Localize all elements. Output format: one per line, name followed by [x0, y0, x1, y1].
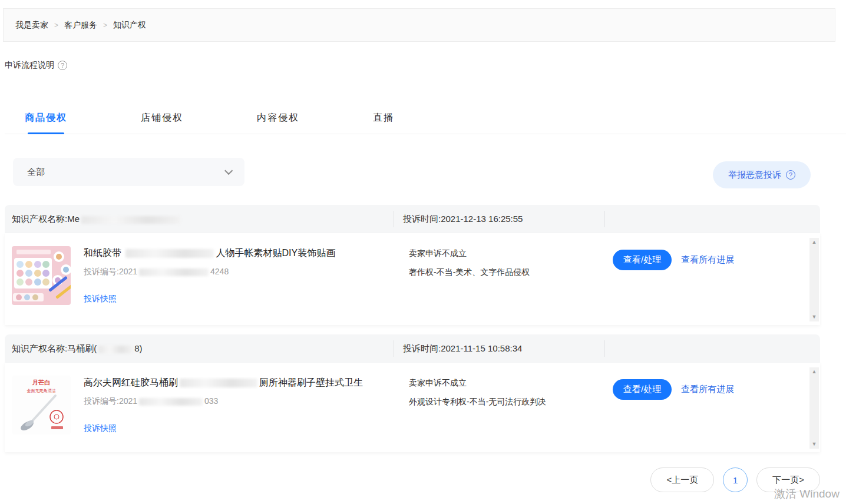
product-image-washi-tape[interactable] — [12, 246, 71, 305]
censored-text — [81, 216, 180, 224]
ip-complaints-page: 我是卖家 > 客户服务 > 知识产权 申诉流程说明 商品侵权 店铺侵权 内容侵权… — [0, 0, 846, 504]
tab-label: 商品侵权 — [25, 112, 67, 122]
product-image-toilet-brush[interactable]: 月芒白 全面无死角清洁 — [12, 376, 71, 435]
filter-selected-value: 全部 — [27, 167, 224, 178]
complaint-actions: 查看/处理 查看所有进展 — [613, 250, 734, 270]
tab-label: 内容侵权 — [257, 112, 299, 122]
tab-label: 店铺侵权 — [141, 112, 183, 122]
censored-text — [139, 268, 209, 276]
censored-text — [180, 379, 257, 387]
ip-name: 知识产权名称:马桶刷(8) — [12, 334, 143, 363]
header-divider — [394, 340, 394, 357]
header-divider — [604, 211, 605, 227]
view-handle-button[interactable]: 查看/处理 — [613, 250, 672, 270]
view-all-progress-link[interactable]: 查看所有进展 — [681, 384, 734, 395]
ip-name: 知识产权名称:Me — [12, 205, 182, 233]
complaint-card-header: 知识产权名称:Me 投诉时间:2021-12-13 16:25:55 — [5, 205, 820, 233]
view-all-progress-link[interactable]: 查看所有进展 — [681, 254, 734, 266]
report-malicious-complaint-button[interactable]: 举报恶意投诉 — [713, 161, 811, 188]
breadcrumb-separator-icon: > — [103, 21, 107, 29]
breadcrumb: 我是卖家 > 客户服务 > 知识产权 — [3, 8, 835, 42]
complaint-item-main: 高尔夫网红硅胶马桶刷厕所神器刷子壁挂式卫生 投诉编号:2021033 投诉快照 — [84, 377, 407, 434]
filter-dropdown[interactable]: 全部 — [13, 158, 244, 186]
tab-livestream[interactable]: 直播 — [373, 105, 394, 134]
complaint-card: 知识产权名称:Me 投诉时间:2021-12-13 16:25:55 — [5, 205, 820, 325]
complaint-card-header: 知识产权名称:马桶刷(8) 投诉时间:2021-11-15 10:58:34 — [5, 334, 820, 363]
reason-text: 著作权-不当-美术、文字作品侵权 — [409, 267, 606, 278]
brand-text: 月芒白 — [32, 379, 50, 386]
product-title: 和纸胶带 人物手帐素材贴DIY装饰贴画 — [84, 247, 407, 260]
appeal-flow-link[interactable]: 申诉流程说明 — [5, 60, 67, 71]
scroll-down-icon[interactable]: ▼ — [812, 314, 817, 320]
header-divider — [604, 340, 605, 357]
complaint-card-body: 和纸胶带 人物手帐素材贴DIY装饰贴画 投诉编号:20214248 投诉快照 卖… — [5, 233, 820, 325]
card-scrollbar[interactable]: ▲ ▼ — [809, 238, 819, 321]
tab-product-infringement[interactable]: 商品侵权 — [25, 105, 67, 134]
product-title: 高尔夫网红硅胶马桶刷厕所神器刷子壁挂式卫生 — [84, 377, 407, 389]
breadcrumb-item-customer-service[interactable]: 客户服务 — [64, 20, 97, 31]
current-page-indicator[interactable]: 1 — [723, 467, 748, 492]
tab-content-infringement[interactable]: 内容侵权 — [257, 105, 299, 134]
help-icon[interactable] — [786, 170, 795, 180]
tab-shop-infringement[interactable]: 店铺侵权 — [141, 105, 183, 134]
view-handle-button[interactable]: 查看/处理 — [613, 379, 672, 400]
prev-page-button[interactable]: <上一页 — [650, 467, 714, 492]
card-scrollbar[interactable]: ▲ ▼ — [809, 367, 819, 449]
complaint-time: 投诉时间:2021-12-13 16:25:55 — [403, 205, 523, 233]
scroll-down-icon[interactable]: ▼ — [812, 442, 817, 447]
header-divider — [394, 211, 394, 227]
censored-text — [139, 398, 203, 406]
report-button-label: 举报恶意投诉 — [728, 170, 781, 181]
censored-text — [98, 346, 133, 353]
scroll-up-icon[interactable]: ▲ — [812, 369, 817, 374]
breadcrumb-item-ip[interactable]: 知识产权 — [113, 20, 146, 31]
chevron-down-icon — [224, 167, 233, 175]
active-tab-underline — [28, 132, 64, 134]
scroll-up-icon[interactable]: ▲ — [812, 240, 817, 245]
complaint-item-main: 和纸胶带 人物手帐素材贴DIY装饰贴画 投诉编号:20214248 投诉快照 — [84, 247, 407, 304]
complaint-snapshot-link[interactable]: 投诉快照 — [84, 294, 117, 304]
complaint-actions: 查看/处理 查看所有进展 — [613, 379, 734, 400]
complaint-card: 知识产权名称:马桶刷(8) 投诉时间:2021-11-15 10:58:34 月… — [5, 334, 820, 452]
complaint-status-block: 卖家申诉不成立 外观设计专利权-不当-无司法行政判决 — [409, 378, 606, 407]
complaint-snapshot-link[interactable]: 投诉快照 — [84, 423, 117, 434]
complaint-number: 投诉编号:2021033 — [84, 396, 407, 407]
slogan-text: 全面无死角清洁 — [27, 389, 56, 393]
breadcrumb-separator-icon: > — [54, 21, 58, 29]
complaint-number: 投诉编号:20214248 — [84, 267, 407, 277]
complaint-time: 投诉时间:2021-11-15 10:58:34 — [403, 334, 522, 363]
complaint-card-body: 月芒白 全面无死角清洁 高尔夫网红硅胶马桶刷厕所神器刷子壁挂式卫生 投诉编号:2… — [5, 363, 820, 452]
reason-text: 外观设计专利权-不当-无司法行政判决 — [409, 397, 606, 407]
breadcrumb-item-seller[interactable]: 我是卖家 — [15, 20, 48, 31]
activate-windows-watermark: 激活 Window — [774, 486, 840, 502]
status-text: 卖家申诉不成立 — [409, 378, 606, 389]
censored-text — [125, 249, 214, 258]
tab-label: 直播 — [373, 112, 394, 122]
status-text: 卖家申诉不成立 — [409, 248, 606, 259]
tab-bar: 商品侵权 店铺侵权 内容侵权 直播 — [5, 105, 846, 134]
complaint-status-block: 卖家申诉不成立 著作权-不当-美术、文字作品侵权 — [409, 248, 606, 278]
help-icon[interactable] — [58, 61, 67, 70]
appeal-flow-label: 申诉流程说明 — [5, 60, 54, 71]
